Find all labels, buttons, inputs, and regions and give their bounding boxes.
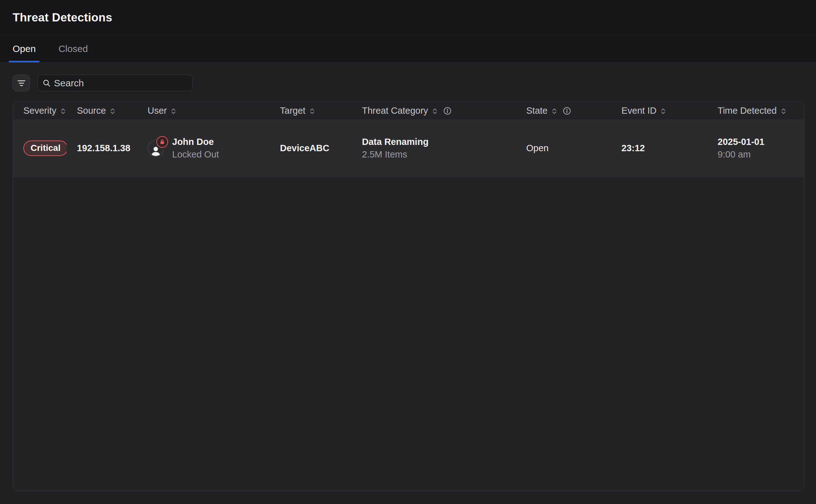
search-box[interactable] [37,75,192,91]
threat-detail: 2.5M Items [362,149,428,160]
cell-state: Open [516,120,611,176]
sort-icon[interactable] [661,108,666,115]
tab-open-label: Open [13,43,36,54]
column-header-event-id[interactable]: Event ID [611,102,707,120]
table-row[interactable]: Critical 192.158.1.38 [13,120,804,177]
user-avatar [147,140,164,157]
cell-threat-category: Data Renaming 2.5M Items [352,120,516,176]
table-header-row: Severity Source User Target [13,102,804,120]
user-status: Locked Out [172,149,219,160]
tab-closed[interactable]: Closed [55,35,91,62]
column-header-user[interactable]: User [137,102,270,120]
tab-bar: Open Closed [0,35,816,63]
controls-row [13,75,816,91]
cell-severity: Critical [13,120,66,176]
column-header-source[interactable]: Source [66,102,137,120]
cell-user: John Doe Locked Out [137,120,270,176]
cell-event-id: 23:12 [611,120,707,176]
tab-closed-label: Closed [58,43,88,54]
column-header-state[interactable]: State [516,102,611,120]
time-detected: 9:00 am [718,149,764,160]
sort-icon[interactable] [781,108,786,115]
date-detected: 2025-01-01 [718,137,764,147]
title-row: Threat Detections [0,0,816,35]
column-header-target[interactable]: Target [270,102,352,120]
sort-icon[interactable] [60,108,66,115]
filter-button[interactable] [13,75,30,91]
threat-category: Data Renaming [362,137,428,147]
topbar: Threat Detections Open Closed [0,0,816,63]
sort-icon[interactable] [432,108,437,115]
info-icon[interactable] [563,107,571,115]
severity-badge: Critical [23,140,66,156]
sort-icon[interactable] [552,108,557,115]
threat-detections-table: Severity Source User Target [13,101,805,491]
page-title: Threat Detections [13,11,112,24]
search-input[interactable] [54,78,187,89]
filter-lines-icon [17,79,26,87]
column-header-threat-category[interactable]: Threat Category [352,102,516,120]
sort-icon[interactable] [310,108,315,115]
column-header-severity[interactable]: Severity [13,102,66,120]
column-header-time-detected[interactable]: Time Detected [707,102,804,120]
search-icon [43,79,51,87]
lock-badge [156,136,168,148]
cell-time-detected: 2025-01-01 9:00 am [707,120,804,176]
info-icon[interactable] [443,107,451,115]
cell-source: 192.158.1.38 [66,120,137,176]
state-value: Open [526,143,549,153]
user-name: John Doe [172,137,219,147]
lock-icon [159,139,165,145]
cell-target: DeviceABC [270,120,352,176]
tab-open[interactable]: Open [9,35,39,62]
sort-icon[interactable] [110,108,115,115]
sort-icon[interactable] [171,108,176,115]
